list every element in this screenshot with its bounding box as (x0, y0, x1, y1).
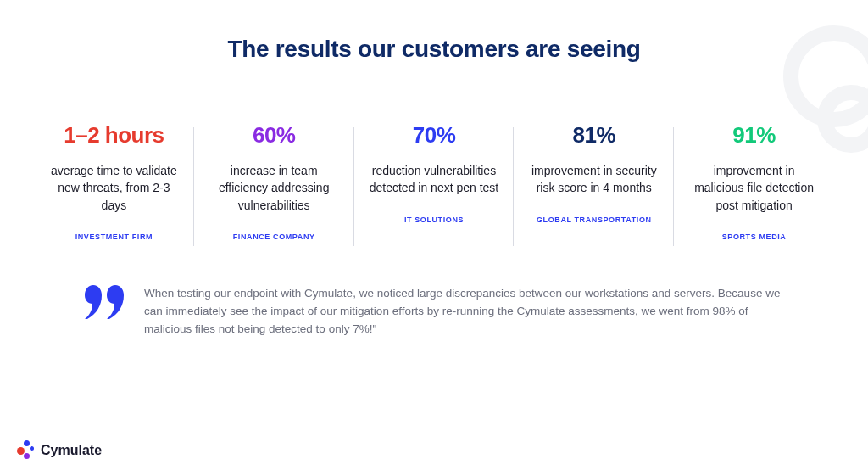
stat-desc: reduction vulnerabilities detected in ne… (370, 162, 499, 197)
logo-icon (15, 440, 36, 461)
stat-desc: average time to validate new threats, fr… (49, 162, 179, 214)
stat-card-2: 60% increase in team efficiency addressi… (194, 122, 354, 241)
stat-source: SPORTS MEDIA (689, 232, 819, 241)
stat-desc-pre: reduction (372, 164, 424, 177)
stat-value: 91% (689, 122, 819, 148)
stat-desc: improvement in malicious file detection … (689, 162, 819, 214)
stat-value: 70% (370, 122, 499, 148)
stat-source: INVESTMENT FIRM (49, 232, 179, 241)
stat-card-4: 81% improvement in security risk score i… (514, 122, 674, 241)
stat-desc-pre: increase in (231, 164, 292, 177)
quote-block: When testing our endpoint with Cymulate,… (85, 285, 800, 339)
quote-icon (85, 285, 125, 319)
stat-source: IT SOLUTIONS (370, 216, 499, 224)
stat-desc-pre: improvement in (714, 164, 795, 177)
stat-value: 1–2 hours (49, 122, 179, 148)
page-title: The results our customers are seeing (0, 36, 868, 63)
stat-value: 81% (529, 122, 659, 148)
stat-desc-pre: average time to (51, 164, 136, 177)
stat-desc-post: in next pen test (415, 181, 498, 194)
brand-logo: Cymulate (15, 440, 102, 461)
stats-row: 1–2 hours average time to validate new t… (34, 122, 834, 241)
stat-desc: increase in team efficiency addressing v… (209, 162, 339, 214)
quote-text: When testing our endpoint with Cymulate,… (144, 285, 788, 339)
stat-source: GLOBAL TRANSPORTATION (529, 216, 659, 224)
stat-card-3: 70% reduction vulnerabilities detected i… (354, 122, 515, 241)
stat-card-1: 1–2 hours average time to validate new t… (34, 122, 194, 241)
logo-text: Cymulate (41, 443, 102, 458)
stat-value: 60% (209, 122, 339, 148)
stat-desc: improvement in security risk score in 4 … (529, 162, 659, 197)
stat-desc-post: in 4 months (587, 181, 652, 194)
stat-desc-post: post mitigation (715, 199, 792, 212)
stat-source: FINANCE COMPANY (209, 232, 339, 241)
stat-desc-pre: improvement in (531, 164, 616, 177)
stat-card-5: 91% improvement in malicious file detect… (674, 122, 834, 241)
stat-desc-underline: malicious file detection (694, 181, 814, 194)
